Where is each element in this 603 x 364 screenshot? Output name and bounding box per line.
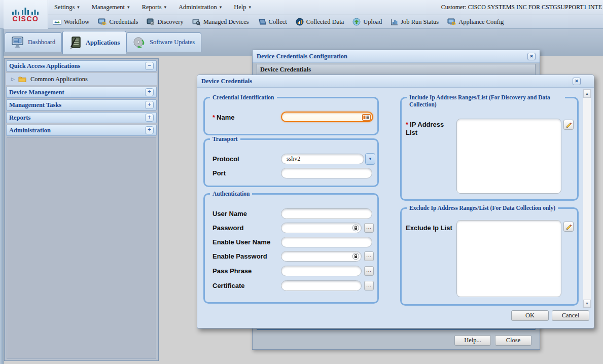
scroll-down-icon[interactable]: ▼	[583, 300, 591, 308]
toolbar-workflow[interactable]: Workflow	[53, 18, 89, 26]
ip-address-list-label: *IP Address List	[406, 121, 454, 136]
appliance-config-icon	[447, 18, 456, 26]
tab-dashboard[interactable]: Dashboard	[5, 32, 62, 52]
exclude-ip-list-edit-button[interactable]	[563, 222, 574, 232]
job-run-status-icon	[391, 18, 398, 26]
config-window-title: Device Credentials Configuration	[257, 53, 347, 60]
expand-icon[interactable]: +	[145, 101, 154, 109]
menu-reports[interactable]: Reports▾	[142, 4, 166, 11]
config-window-titlebar: Device Credentials Configuration ✕	[253, 50, 540, 63]
toolbar-collect[interactable]: Collect	[258, 18, 287, 26]
menu-settings[interactable]: Settings▾	[54, 4, 80, 11]
pass-phrase-label: Pass Phrase	[212, 267, 252, 275]
toolbar-upload[interactable]: Upload	[352, 18, 382, 26]
menu-management[interactable]: Management▾	[92, 4, 130, 11]
collected-data-icon	[296, 18, 304, 26]
folder-icon	[18, 76, 27, 83]
cancel-button[interactable]: Cancel	[552, 310, 589, 321]
pass-phrase-browse-button[interactable]: ...	[364, 266, 374, 276]
tree-expander-icon[interactable]: ▷	[11, 77, 15, 82]
port-label: Port	[212, 169, 226, 177]
toolbar-credentials[interactable]: Credentials	[98, 18, 138, 26]
collect-icon	[258, 18, 266, 26]
caret-down-icon: ▾	[220, 5, 222, 10]
device-credentials-dialog: Device Credentials ✕ Credential Identifi…	[197, 75, 594, 329]
window-frame	[0, 0, 4, 364]
enable-password-label: Enable Password	[212, 252, 267, 261]
toolbar-managed-devices[interactable]: Managed Devices	[192, 18, 249, 26]
port-input[interactable]	[281, 168, 372, 178]
sidebar-panel-quick-access[interactable]: Quick Access Applications −	[6, 60, 157, 71]
user-name-label: User Name	[212, 210, 247, 218]
toolbar-appliance-config[interactable]: Appliance Config	[447, 18, 504, 26]
workflow-icon	[53, 18, 61, 26]
pass-phrase-input[interactable]	[281, 266, 362, 276]
close-icon[interactable]: ✕	[573, 78, 581, 85]
caret-down-icon: ▾	[77, 5, 80, 10]
enable-password-browse-button[interactable]: ...	[364, 251, 374, 261]
sidebar-panel-administration[interactable]: Administration +	[6, 125, 157, 136]
enable-password-input[interactable]	[281, 251, 362, 262]
software-updates-icon	[133, 36, 146, 49]
app-header: CISCO Settings▾ Management▾ Reports▾ Adm…	[0, 0, 603, 29]
tree-item-common-applications[interactable]: Common Applications	[30, 76, 88, 83]
discovery-icon	[147, 18, 155, 26]
caret-down-icon: ▾	[249, 5, 252, 10]
dialog-scrollbar[interactable]: ▲ ▼	[583, 89, 591, 308]
password-browse-button[interactable]: ...	[364, 223, 374, 233]
fieldset-include-ip: Include Ip Address Ranges/List (For Disc…	[400, 97, 579, 201]
config-section-header: Device Credentials	[257, 64, 535, 76]
exclude-ip-list-textarea[interactable]	[456, 220, 561, 297]
name-input[interactable]	[281, 112, 373, 122]
user-name-input[interactable]	[281, 208, 372, 219]
cisco-logo: CISCO	[4, 0, 48, 29]
exclude-ip-list-label: Exclude Ip List	[406, 224, 452, 232]
sidebar-panel-reports[interactable]: Reports +	[6, 112, 157, 123]
protocol-combo-trigger[interactable]: ▾	[365, 153, 375, 165]
managed-devices-icon	[192, 18, 201, 26]
dialog-title: Device Credentials	[201, 78, 252, 85]
ip-address-list-edit-button[interactable]	[563, 120, 574, 130]
menu-help[interactable]: Help▾	[234, 4, 251, 11]
password-input[interactable]	[281, 223, 362, 233]
certificate-browse-button[interactable]: ...	[364, 281, 374, 290]
scroll-up-icon[interactable]: ▲	[583, 90, 591, 98]
pencil-icon	[565, 121, 572, 128]
ip-address-list-textarea[interactable]	[456, 119, 561, 194]
collapse-icon[interactable]: −	[145, 62, 154, 70]
toolbar-job-run-status[interactable]: Job Run Status	[391, 18, 439, 26]
dialog-titlebar: Device Credentials ✕	[197, 75, 594, 88]
enable-user-name-input[interactable]	[281, 237, 372, 247]
toolbar-discovery[interactable]: Discovery	[147, 18, 183, 26]
tab-applications[interactable]: Applications	[62, 31, 126, 54]
expand-icon[interactable]: +	[145, 126, 154, 134]
cisco-logo-text: CISCO	[13, 15, 39, 22]
help-button[interactable]: Help...	[454, 335, 491, 346]
expand-icon[interactable]: +	[145, 88, 154, 96]
expand-icon[interactable]: +	[145, 114, 154, 122]
app-root: CISCO Settings▾ Management▾ Reports▾ Adm…	[0, 0, 603, 364]
sidebar-tree: ▷ Common Applications	[6, 73, 157, 85]
cisco-bars-icon	[12, 7, 40, 15]
credentials-icon	[98, 18, 107, 26]
sidebar-empty-panel	[7, 137, 156, 359]
close-icon[interactable]: ✕	[527, 53, 536, 60]
fieldset-authentication: Authentication User Name Password ... En…	[203, 193, 379, 304]
caret-down-icon: ▾	[127, 5, 130, 10]
upload-icon	[352, 18, 361, 26]
sidebar-panel-management-tasks[interactable]: Management Tasks +	[6, 99, 157, 111]
name-label: *Name	[212, 114, 234, 122]
fieldset-exclude-ip: Exclude Ip Address Ranges/List (For Data…	[400, 207, 579, 306]
menu-administration[interactable]: Administration▾	[179, 4, 222, 11]
certificate-input[interactable]	[281, 280, 362, 291]
certificate-label: Certificate	[212, 282, 245, 290]
ok-button[interactable]: OK	[511, 310, 549, 321]
tab-software-updates[interactable]: Software Updates	[126, 32, 201, 52]
sidebar-panel-device-management[interactable]: Device Management +	[6, 87, 157, 98]
dashboard-icon	[11, 36, 24, 49]
applications-icon	[69, 36, 82, 49]
protocol-label: Protocol	[212, 155, 239, 163]
protocol-combo[interactable]	[281, 154, 364, 164]
close-button[interactable]: Close	[495, 335, 531, 346]
toolbar-collected-data[interactable]: Collected Data	[296, 18, 344, 26]
